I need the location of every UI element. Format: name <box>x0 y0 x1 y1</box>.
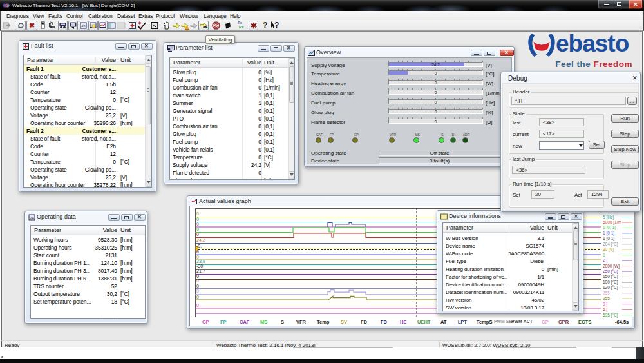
svg-text:24: 24 <box>81 24 86 28</box>
svg-text:24: 24 <box>30 216 34 220</box>
